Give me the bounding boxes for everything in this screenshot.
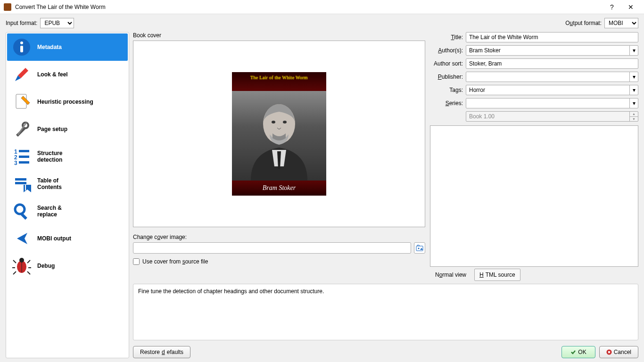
tags-combo[interactable]: Horror▾: [466, 85, 638, 95]
check-icon: [570, 349, 576, 355]
sidebar-item-toc[interactable]: Table ofContents: [7, 170, 128, 197]
help-button[interactable]: ?: [603, 3, 621, 11]
svg-rect-12: [19, 161, 29, 164]
svg-point-1: [20, 41, 23, 44]
sidebar-item-label: Heuristic processing: [37, 99, 93, 105]
tools-icon: [12, 119, 32, 139]
sidebar-item-heuristic[interactable]: Heuristic processing: [7, 88, 128, 115]
svg-point-27: [272, 121, 275, 123]
author-combo[interactable]: Bram Stoker▾: [466, 45, 638, 56]
brush-icon: [12, 65, 32, 84]
magnifier-icon: [12, 201, 32, 221]
cover-title-text: The Lair of the White Worm: [232, 72, 326, 91]
svg-text:3: 3: [14, 160, 17, 166]
toc-icon: [12, 174, 32, 194]
hint-text: Fine tune the detection of chapter headi…: [133, 284, 638, 340]
sidebar: Metadata Look & feel Heuristic processin…: [6, 32, 129, 358]
tab-normal-view[interactable]: Normal view: [430, 269, 471, 280]
chevron-down-icon[interactable]: ▾: [629, 85, 638, 95]
sidebar-item-debug[interactable]: Debug: [7, 252, 128, 280]
change-cover-label: Change cover image:: [133, 234, 425, 240]
svg-line-19: [13, 260, 16, 263]
sidebar-item-metadata[interactable]: Metadata: [7, 33, 128, 61]
arrow-left-icon: [12, 229, 32, 248]
cover-photo: [232, 91, 326, 181]
svg-rect-13: [15, 178, 26, 181]
series-combo[interactable]: ▾: [466, 98, 638, 108]
spinner-icon[interactable]: ▲▼: [629, 112, 638, 121]
sidebar-item-page-setup[interactable]: Page setup: [7, 115, 128, 143]
numbered-list-icon: 123: [12, 147, 32, 166]
title-input[interactable]: [466, 32, 638, 42]
cancel-icon: [606, 349, 612, 355]
publisher-combo[interactable]: ▾: [466, 72, 638, 82]
sidebar-item-label: Metadata: [37, 44, 62, 50]
output-format-select[interactable]: MOBI: [604, 18, 638, 28]
use-source-cover-checkbox[interactable]: [133, 258, 140, 265]
input-format-select[interactable]: EPUB: [40, 18, 74, 28]
svg-line-23: [13, 272, 16, 274]
sidebar-item-search-replace[interactable]: Search &replace: [7, 197, 128, 225]
cancel-button[interactable]: Cancel: [599, 346, 638, 358]
svg-line-24: [27, 272, 30, 274]
sidebar-item-look-feel[interactable]: Look & feel: [7, 61, 128, 88]
cover-author-text: Bram Stoker: [232, 181, 326, 196]
sidebar-item-label: MOBI output: [37, 235, 71, 242]
title-label: Title:: [430, 34, 463, 41]
window-title: Convert The Lair of the White Worm: [15, 4, 603, 10]
sidebar-item-label: Table ofContents: [37, 177, 62, 191]
svg-rect-29: [416, 246, 423, 251]
book-number-spinner[interactable]: Book 1.00▲▼: [466, 111, 638, 122]
svg-rect-14: [15, 182, 26, 184]
sidebar-item-label: Look & feel: [37, 71, 68, 78]
browse-cover-button[interactable]: [414, 242, 425, 254]
bug-icon: [12, 256, 32, 276]
ok-button[interactable]: OK: [561, 346, 595, 358]
titlebar: Convert The Lair of the White Worm ? ✕: [0, 0, 644, 14]
cover-section: Book cover The Lair of the White Worm: [133, 32, 425, 281]
tab-html-source[interactable]: HTML source: [474, 269, 520, 281]
output-format-label: Output format:: [565, 20, 602, 26]
svg-rect-8: [19, 150, 29, 152]
series-label: Series:: [430, 100, 463, 107]
chevron-down-icon[interactable]: ▾: [629, 72, 638, 82]
svg-point-30: [418, 248, 420, 249]
chevron-down-icon[interactable]: ▾: [629, 99, 638, 108]
format-bar: Input format: EPUB Output format: MOBI: [0, 14, 644, 32]
book-cover-label: Book cover: [133, 32, 425, 39]
use-source-cover-label: Use cover from source file: [142, 258, 208, 265]
info-icon: [12, 37, 32, 57]
svg-rect-10: [19, 156, 29, 158]
svg-point-15: [15, 205, 25, 214]
metadata-section: Title: Author(s): Bram Stoker▾ Author so…: [430, 32, 638, 281]
tags-label: Tags:: [430, 87, 463, 93]
authorsort-label: Author sort:: [430, 60, 463, 67]
restore-defaults-button[interactable]: Restore defaults: [133, 346, 190, 358]
document-pencil-icon: [12, 92, 32, 112]
cover-preview: The Lair of the White Worm: [133, 41, 425, 227]
author-label: Author(s):: [430, 47, 463, 54]
svg-point-28: [283, 121, 287, 123]
sidebar-item-structure[interactable]: 123 Structuredetection: [7, 143, 128, 170]
input-format-label: Input format:: [6, 20, 37, 26]
sidebar-item-label: Structuredetection: [37, 150, 62, 164]
cover-image: The Lair of the White Worm: [232, 72, 326, 196]
cover-path-input[interactable]: [133, 242, 411, 254]
chevron-down-icon[interactable]: ▾: [629, 46, 638, 55]
close-button[interactable]: ✕: [621, 3, 640, 11]
app-icon: [4, 3, 11, 11]
bottom-bar: Restore defaults OK Cancel: [133, 343, 638, 358]
folder-open-icon: [416, 244, 423, 252]
sidebar-item-mobi-output[interactable]: MOBI output: [7, 225, 128, 252]
sidebar-item-label: Search &replace: [37, 205, 62, 218]
sidebar-item-label: Page setup: [37, 126, 67, 132]
comments-box[interactable]: [430, 125, 638, 267]
publisher-label: Publisher:: [430, 74, 463, 80]
authorsort-input[interactable]: [466, 58, 638, 69]
sidebar-item-label: Debug: [37, 263, 55, 269]
svg-line-20: [27, 260, 30, 263]
svg-rect-2: [20, 46, 23, 52]
svg-rect-16: [21, 213, 27, 220]
